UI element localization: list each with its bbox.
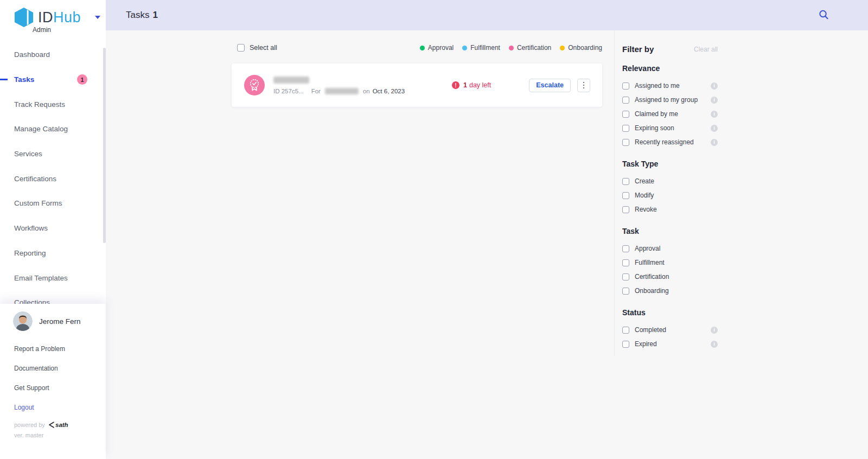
page-title: Tasks1 bbox=[126, 0, 158, 30]
clear-all-button[interactable]: Clear all bbox=[694, 46, 718, 53]
task-card[interactable]: ID 257c5... For on Oct 6, 2023 ! 1 day l… bbox=[232, 63, 602, 107]
legend-certification: Certification bbox=[509, 44, 551, 52]
filter-revoke: Revoke bbox=[622, 202, 718, 216]
info-icon[interactable]: i bbox=[711, 139, 718, 146]
user-profile[interactable]: Jerome Fern bbox=[13, 311, 81, 331]
user-name: Jerome Fern bbox=[39, 317, 81, 326]
task-texts: ID 257c5... For on Oct 6, 2023 bbox=[273, 76, 405, 94]
top-bar bbox=[106, 0, 868, 30]
onboarding-dot-icon bbox=[560, 46, 565, 50]
chevron-down-icon[interactable] bbox=[95, 16, 100, 19]
filter-recently-reassigned: Recently reassigned i bbox=[622, 135, 718, 149]
kebab-icon bbox=[583, 82, 585, 84]
logout-link[interactable]: Logout bbox=[14, 404, 65, 411]
assigned-to-my-group-checkbox[interactable] bbox=[622, 97, 629, 104]
certification-badge-icon bbox=[244, 75, 265, 95]
info-icon[interactable]: i bbox=[711, 327, 718, 334]
fulfillment-dot-icon bbox=[462, 46, 467, 50]
filter-modify: Modify bbox=[622, 188, 718, 202]
task-date-connector: on bbox=[363, 88, 370, 94]
info-icon[interactable]: i bbox=[711, 97, 718, 104]
create-checkbox[interactable] bbox=[622, 178, 629, 185]
info-icon[interactable]: i bbox=[711, 111, 718, 118]
escalate-button[interactable]: Escalate bbox=[529, 79, 571, 92]
version-label: ver. master bbox=[14, 432, 43, 438]
select-all-label[interactable]: Select all bbox=[250, 44, 277, 52]
sidebar: IDHub Admin Dashboard Tasks 1 Track Requ… bbox=[0, 0, 106, 459]
filter-completed: Completed i bbox=[622, 323, 718, 337]
info-icon[interactable]: i bbox=[711, 341, 718, 348]
task-meta: ID 257c5... For on Oct 6, 2023 bbox=[273, 88, 405, 94]
approval-checkbox[interactable] bbox=[622, 245, 629, 252]
get-support-link[interactable]: Get Support bbox=[14, 384, 65, 392]
section-status: Status bbox=[622, 308, 718, 317]
expiring-soon-checkbox[interactable] bbox=[622, 125, 629, 132]
legend-fulfillment: Fulfillment bbox=[462, 44, 500, 52]
filter-approval: Approval bbox=[622, 241, 718, 256]
onboarding-checkbox[interactable] bbox=[622, 288, 629, 295]
due-warning: ! 1 day left bbox=[452, 81, 491, 89]
claimed-by-me-checkbox[interactable] bbox=[622, 111, 629, 118]
sidebar-item-workflows[interactable]: Workflows bbox=[0, 216, 106, 241]
documentation-link[interactable]: Documentation bbox=[14, 365, 65, 372]
sidebar-item-email-templates[interactable]: Email Templates bbox=[0, 265, 106, 290]
filter-onboarding: Onboarding bbox=[622, 284, 718, 298]
certification-checkbox[interactable] bbox=[622, 273, 629, 280]
filter-panel-title: Filter by bbox=[622, 44, 654, 54]
sidebar-item-reporting[interactable]: Reporting bbox=[0, 241, 106, 266]
svg-text:sath: sath bbox=[55, 422, 68, 428]
filter-assigned-to-my-group: Assigned to my group i bbox=[622, 93, 718, 107]
select-all-checkbox[interactable] bbox=[237, 44, 245, 52]
sidebar-nav: Dashboard Tasks 1 Track Requests Manage … bbox=[0, 42, 106, 315]
brand-wordmark: IDHub bbox=[38, 9, 81, 26]
task-date: Oct 6, 2023 bbox=[373, 88, 405, 94]
search-button[interactable] bbox=[818, 9, 829, 22]
sidebar-item-track-requests[interactable]: Track Requests bbox=[0, 92, 106, 117]
recently-reassigned-checkbox[interactable] bbox=[622, 139, 629, 146]
assigned-to-me-checkbox[interactable] bbox=[622, 82, 629, 90]
task-requester-redacted bbox=[325, 88, 359, 94]
footer-links: Report a Problem Documentation Get Suppo… bbox=[14, 345, 65, 423]
avatar bbox=[13, 311, 33, 331]
task-count: 1 bbox=[152, 10, 157, 21]
modify-checkbox[interactable] bbox=[622, 192, 629, 199]
completed-checkbox[interactable] bbox=[622, 327, 629, 334]
section-task: Task bbox=[622, 227, 718, 235]
sidebar-item-services[interactable]: Services bbox=[0, 142, 106, 167]
task-id: ID 257c5... bbox=[273, 88, 304, 94]
filter-expired: Expired i bbox=[622, 337, 718, 351]
section-relevance: Relevance bbox=[622, 64, 718, 73]
search-icon bbox=[818, 9, 829, 21]
revoke-checkbox[interactable] bbox=[622, 206, 629, 213]
info-icon[interactable]: i bbox=[711, 125, 718, 132]
legend-onboarding: Onboarding bbox=[560, 44, 602, 52]
sidebar-footer: Jerome Fern Report a Problem Documentati… bbox=[0, 304, 106, 459]
report-problem-link[interactable]: Report a Problem bbox=[14, 345, 65, 353]
alert-icon: ! bbox=[452, 81, 459, 89]
sidebar-item-dashboard[interactable]: Dashboard bbox=[0, 42, 106, 67]
brand-logo: IDHub bbox=[12, 7, 100, 28]
sidebar-item-manage-catalog[interactable]: Manage Catalog bbox=[0, 117, 106, 142]
select-all: Select all bbox=[232, 44, 277, 52]
approval-dot-icon bbox=[420, 46, 425, 50]
tasks-count-badge: 1 bbox=[77, 74, 87, 85]
section-task-type: Task Type bbox=[622, 160, 718, 168]
filter-panel: Filter by Clear all Relevance Assigned t… bbox=[622, 44, 718, 351]
expired-checkbox[interactable] bbox=[622, 341, 629, 348]
sidebar-scrollbar[interactable] bbox=[103, 48, 106, 243]
sidebar-item-custom-forms[interactable]: Custom Forms bbox=[0, 191, 106, 216]
filter-assigned-to-me: Assigned to me i bbox=[622, 79, 718, 93]
task-type-legend: Approval Fulfillment Certification Onboa… bbox=[420, 44, 602, 52]
role-label: Admin bbox=[33, 26, 51, 34]
filter-claimed-by-me: Claimed by me i bbox=[622, 107, 718, 121]
info-icon[interactable]: i bbox=[711, 82, 718, 90]
filter-create: Create bbox=[622, 174, 718, 188]
filter-expiring-soon: Expiring soon i bbox=[622, 121, 718, 135]
sidebar-item-tasks[interactable]: Tasks 1 bbox=[0, 67, 106, 92]
filter-fulfillment: Fulfillment bbox=[622, 256, 718, 270]
sath-logo-icon: sath bbox=[48, 421, 73, 429]
task-for-label: For bbox=[311, 88, 321, 94]
fulfillment-checkbox[interactable] bbox=[622, 259, 629, 266]
task-menu-button[interactable] bbox=[577, 79, 590, 92]
sidebar-item-certifications[interactable]: Certifications bbox=[0, 166, 106, 191]
